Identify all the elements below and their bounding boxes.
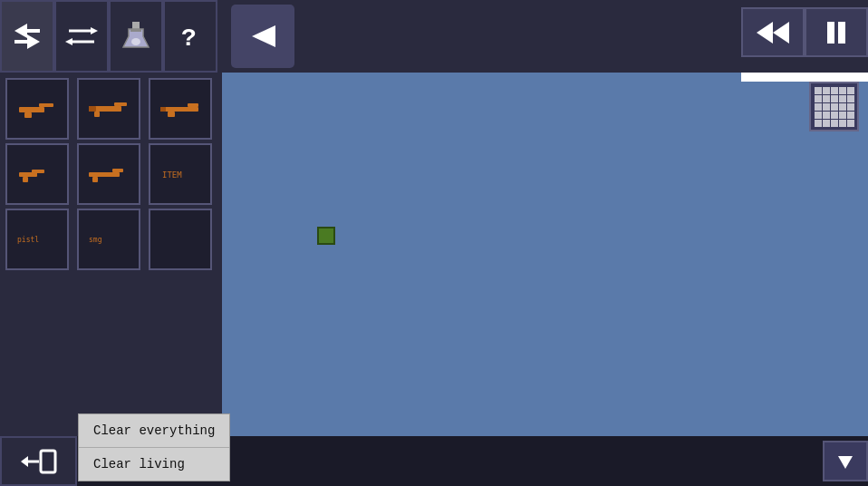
item-cell-5[interactable] [77, 143, 140, 205]
rifle-icon [159, 98, 202, 120]
pistol2-icon: pistl [15, 228, 59, 250]
svg-rect-30 [112, 169, 123, 172]
pause-icon [822, 18, 851, 47]
clear-living-button[interactable]: Clear living [79, 448, 229, 481]
svg-rect-20 [94, 112, 100, 117]
svg-marker-37 [21, 456, 28, 467]
top-right-controls [741, 0, 868, 73]
svg-marker-5 [65, 38, 72, 45]
sidebar: ITEM pistl smg [0, 73, 222, 436]
svg-rect-14 [838, 22, 845, 44]
svg-rect-27 [32, 170, 44, 173]
pause-button[interactable] [805, 7, 868, 57]
item-cell-4[interactable] [5, 143, 69, 205]
svg-text:ITEM: ITEM [162, 170, 182, 180]
text-item-icon: ITEM [159, 163, 202, 185]
item-cell-9[interactable] [149, 209, 212, 270]
svg-marker-1 [14, 34, 40, 49]
smg-icon [87, 98, 130, 120]
svg-marker-10 [252, 25, 275, 47]
svg-rect-22 [160, 107, 198, 112]
svg-marker-11 [757, 22, 773, 44]
svg-marker-12 [773, 22, 789, 44]
game-area[interactable] [222, 73, 868, 436]
help-button[interactable]: ? [163, 0, 217, 73]
rewind-icon [753, 18, 793, 47]
potion-button[interactable] [109, 0, 163, 73]
svg-rect-23 [188, 103, 198, 107]
speed-progress-bar [741, 73, 868, 82]
svg-text:pistl: pistl [17, 236, 39, 244]
svg-rect-29 [89, 172, 120, 177]
green-square-entity [317, 227, 335, 245]
svg-point-7 [131, 38, 140, 45]
svg-rect-6 [132, 22, 140, 29]
item-cell-7[interactable]: pistl [5, 209, 69, 270]
item-grid: ITEM pistl smg [0, 73, 222, 276]
rewind-button[interactable] [741, 7, 805, 57]
screen: ? [0, 0, 868, 486]
svg-rect-24 [168, 112, 175, 117]
toolbar-left: ? [0, 0, 222, 73]
content-area: ITEM pistl smg [0, 73, 868, 436]
svg-rect-13 [827, 22, 834, 44]
svg-rect-15 [19, 107, 44, 112]
shotgun-icon [15, 163, 59, 185]
clear-everything-button[interactable]: Clear everything [79, 414, 229, 448]
svg-rect-35 [41, 451, 55, 472]
grid-icon [815, 87, 854, 127]
toolbar: ? [0, 0, 868, 73]
potion-icon [121, 20, 150, 53]
svg-rect-21 [89, 106, 96, 112]
item-cell-2[interactable] [77, 78, 140, 140]
pistol-icon [15, 98, 59, 120]
grid-toggle-button[interactable] [809, 82, 859, 131]
back-button[interactable] [231, 5, 294, 68]
item-cell-8[interactable]: smg [77, 209, 140, 270]
help-icon: ? [177, 20, 204, 53]
svg-text:?: ? [181, 24, 197, 53]
svg-rect-17 [24, 112, 32, 118]
bottom-bar: Clear everything Clear living [0, 436, 868, 486]
exit-button[interactable] [0, 436, 77, 486]
svg-rect-28 [23, 177, 28, 182]
svg-marker-38 [838, 456, 853, 469]
back-arrow-icon [245, 18, 281, 54]
swap-icon [11, 20, 43, 53]
bottom-right-button[interactable] [823, 441, 868, 481]
svg-text:smg: smg [89, 236, 102, 244]
item-cell-6[interactable]: ITEM [149, 143, 212, 205]
svg-rect-19 [114, 102, 127, 106]
swap-button[interactable] [0, 0, 54, 73]
swap2-icon [65, 20, 98, 53]
context-menu: Clear everything Clear living [78, 413, 230, 481]
item-cell-1[interactable] [5, 78, 69, 140]
svg-rect-31 [92, 177, 98, 182]
smg2-icon [87, 163, 130, 185]
svg-marker-3 [91, 27, 98, 34]
svg-rect-25 [160, 107, 166, 112]
exit-icon [19, 445, 59, 478]
svg-rect-8 [130, 29, 141, 32]
svg-rect-16 [39, 103, 53, 107]
item-cell-3[interactable] [149, 78, 212, 140]
smg3-icon: smg [87, 228, 130, 250]
swap2-button[interactable] [54, 0, 109, 73]
down-arrow-icon [834, 449, 856, 474]
